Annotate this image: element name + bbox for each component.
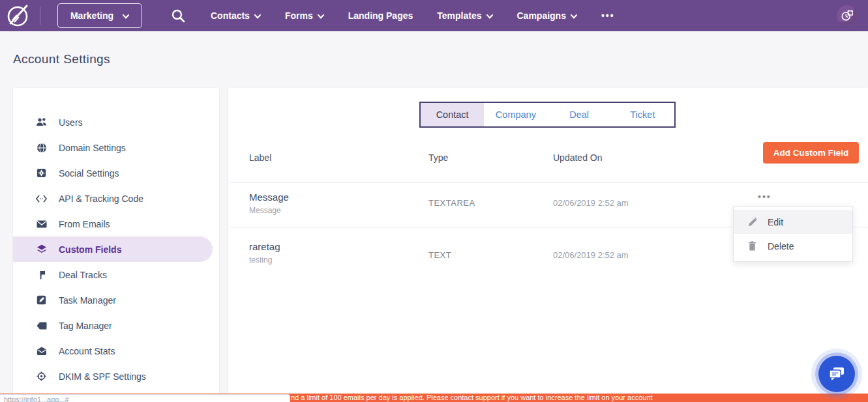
sidebar-item-custom-fields[interactable]: Custom Fields [13,237,213,262]
sidebar-item-social-settings[interactable]: Social Settings [13,160,219,186]
nav-forms-label: Forms [285,10,313,21]
nav-landing-pages-label: Landing Pages [348,10,413,21]
sidebar-item-deal-tracks[interactable]: Deal Tracks [13,262,219,287]
top-navigation: Contacts Forms Landing Pages Templates C… [211,0,615,31]
tab-contact[interactable]: Contact [421,103,484,126]
sidebar-item-domain-settings[interactable]: Domain Settings [13,135,219,160]
context-menu-item-label: Delete [768,241,794,251]
topbar: Marketing Contacts Forms Landing Pages T… [0,0,868,31]
context-menu-delete[interactable]: Delete [734,234,852,258]
nav-contacts[interactable]: Contacts [211,10,261,21]
sidebar-item-label: Domain Settings [59,143,126,153]
sidebar-item-account-stats[interactable]: Account Stats [13,338,219,364]
tab-company[interactable]: Company [484,103,547,126]
sidebar-item-label: From Emails [59,219,110,229]
sidebar-item-label: Deal Tracks [59,270,107,280]
app-switcher-label: Marketing [70,10,113,21]
field-label: Message [249,192,289,203]
nav-forms[interactable]: Forms [285,10,324,21]
sidebar-item-label: Social Settings [59,168,119,179]
browser-status-tooltip: https://info1...app...# [0,394,290,402]
chevron-down-icon [254,14,261,19]
column-header-label: Label [249,152,271,163]
field-updated-on: 02/06/2019 2:52 am [553,198,629,208]
nav-templates-label: Templates [437,10,481,21]
app-logo-icon[interactable] [5,3,31,28]
field-updated-on: 02/06/2019 2:52 am [553,250,629,260]
sidebar-item-label: Task Manager [59,295,116,306]
account-clock-avatar[interactable] [837,5,858,26]
sidebar-item-task-manager[interactable]: Task Manager [13,287,219,313]
nav-landing-pages[interactable]: Landing Pages [348,10,413,21]
sidebar-item-label: Users [59,117,83,128]
sidebar-item-label: DKIM & SPF Settings [59,371,146,382]
chat-bubbles-icon [828,366,845,382]
chevron-down-icon [318,14,324,19]
clock-calendar-icon [841,9,854,22]
chevron-down-icon [571,14,577,19]
sidebar-item-label: Account Stats [59,346,115,356]
sidebar-item-label: Tag Manager [59,321,112,331]
row-context-menu: Edit Delete [733,206,853,262]
column-header-updated-on: Updated On [553,152,603,163]
gear-target-icon [36,371,47,382]
sidebar-item-from-emails[interactable]: From Emails [13,211,219,237]
page-title: Account Settings [13,52,110,66]
social-settings-icon [36,167,47,179]
field-type: TEXTAREA [428,198,475,208]
field-sublabel: testing [249,255,272,265]
nav-templates[interactable]: Templates [437,10,492,21]
chevron-down-icon [486,14,493,19]
envelope-icon [36,218,47,229]
context-menu-item-label: Edit [768,217,783,227]
task-note-icon [36,294,47,306]
sidebar-item-label: API & Tracking Code [59,194,143,204]
sidebar-item-label: Custom Fields [59,244,121,255]
status-url-text: https://info1...app...# [4,395,69,402]
search-icon[interactable] [171,8,185,23]
entity-tabs: Contact Company Deal Ticket [419,102,676,128]
trash-icon [748,241,758,251]
settings-sidebar: Users Domain Settings Social Settings AP… [13,88,219,402]
nav-campaigns-label: Campaigns [517,10,566,21]
stats-envelope-icon [36,345,47,356]
nav-more-ellipsis-icon[interactable]: ••• [601,10,615,21]
field-type: TEXT [428,250,451,260]
pencil-icon [748,217,758,227]
code-icon [36,193,47,204]
users-icon [36,117,47,128]
tag-icon [36,320,47,331]
globe-icon [36,142,47,153]
email-limit-notice-text: nd a limit of 100 emails per day is appl… [291,394,653,401]
nav-campaigns[interactable]: Campaigns [517,10,577,21]
sidebar-item-tag-manager[interactable]: Tag Manager [13,313,219,338]
add-custom-field-button[interactable]: Add Custom Field [763,142,859,164]
chevron-down-icon [123,14,129,19]
column-header-type: Type [428,152,448,163]
row-actions-ellipsis-icon[interactable]: ••• [758,192,771,202]
tab-ticket[interactable]: Ticket [611,103,674,126]
tab-deal[interactable]: Deal [548,103,611,126]
nav-contacts-label: Contacts [211,10,250,21]
sidebar-item-api-tracking-code[interactable]: API & Tracking Code [13,186,219,211]
field-sublabel: Message [249,206,281,215]
layers-icon [36,244,47,255]
topbar-divider [40,7,40,25]
field-label: raretag [249,241,280,252]
sidebar-item-dkim-spf-settings[interactable]: DKIM & SPF Settings [13,364,219,389]
context-menu-edit[interactable]: Edit [734,210,852,234]
sidebar-item-users[interactable]: Users [13,109,219,135]
chat-launcher-button[interactable] [818,356,855,392]
app-switcher-button[interactable]: Marketing [57,3,142,28]
flag-icon [36,269,47,280]
